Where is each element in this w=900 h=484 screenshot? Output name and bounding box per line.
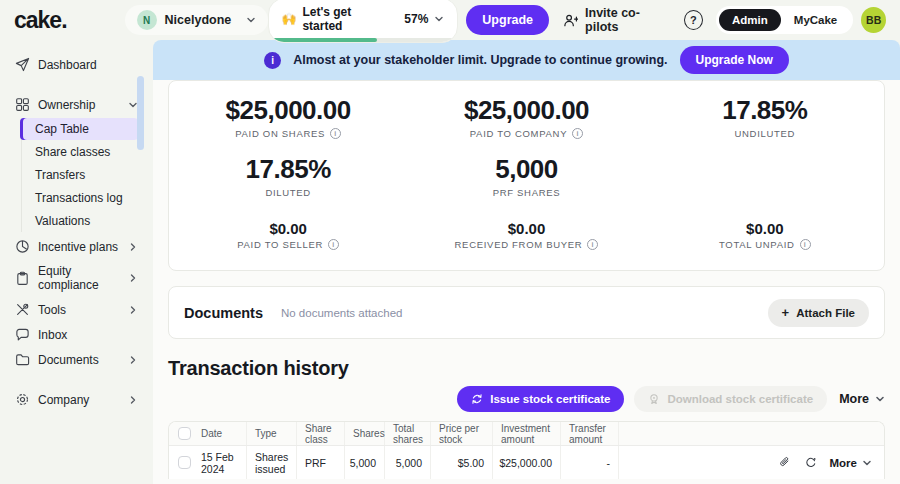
sidebar-item-valuations[interactable]: Valuations xyxy=(22,210,140,232)
info-icon: i xyxy=(264,52,281,69)
gear-icon xyxy=(15,392,30,407)
progress-track xyxy=(269,38,457,42)
sidebar-item-label: Dashboard xyxy=(38,58,97,72)
sidebar-item-transfers[interactable]: Transfers xyxy=(22,164,140,186)
column-header-actions xyxy=(619,422,884,445)
sidebar-item-inbox[interactable]: Inbox xyxy=(0,322,148,347)
clipboard-icon xyxy=(15,271,30,286)
company-avatar: N xyxy=(137,10,157,30)
sidebar-item-company[interactable]: Company xyxy=(0,387,148,412)
toggle-admin[interactable]: Admin xyxy=(719,9,781,31)
grid-icon xyxy=(15,97,30,112)
cell-share-class: PRF xyxy=(297,446,345,479)
info-icon[interactable]: i xyxy=(587,239,598,250)
sidebar-scrollbar[interactable] xyxy=(137,76,144,150)
sidebar-item-equity-compliance[interactable]: Equity compliance xyxy=(0,259,148,297)
sidebar-item-documents[interactable]: Documents xyxy=(0,347,148,372)
column-header-date[interactable]: Date xyxy=(193,422,247,445)
paperclip-icon[interactable] xyxy=(778,456,791,469)
documents-title: Documents xyxy=(184,305,263,321)
row-checkbox[interactable] xyxy=(178,456,191,469)
company-selector[interactable]: N Nicelydone xyxy=(125,5,269,35)
stat-paid-to-company: $25,000.00 PAID TO COMPANYi xyxy=(407,87,645,146)
upgrade-button[interactable]: Upgrade xyxy=(466,5,549,35)
stat-label: PAID TO COMPANY xyxy=(470,128,567,139)
select-all-checkbox[interactable] xyxy=(178,427,191,440)
chevron-right-icon xyxy=(128,305,138,315)
stats-card: $25,000.00 PAID ON SHARESi $25,000.00 PA… xyxy=(168,80,885,271)
chevron-down-icon xyxy=(246,15,256,25)
table-header-row: Date Type Share class Shares Total share… xyxy=(169,422,884,446)
cell-investment-amount: $25,000.00 xyxy=(493,446,561,479)
chevron-right-icon xyxy=(128,242,138,252)
topbar: cake. N Nicelydone 🙌 Let's get started 5… xyxy=(0,0,900,40)
column-header-shares[interactable]: Shares xyxy=(345,422,385,445)
download-stock-certificate-button[interactable]: Download stock certificate xyxy=(634,386,827,412)
role-toggle: Admin MyCake xyxy=(716,6,853,34)
column-header-investment-amount[interactable]: Investment amount xyxy=(493,422,561,445)
sidebar-item-cap-table[interactable]: Cap Table xyxy=(20,118,140,140)
chat-bubble-icon xyxy=(15,327,30,342)
stat-undiluted: 17.85% UNDILUTED xyxy=(646,87,884,146)
sidebar-item-label: Equity compliance xyxy=(38,264,120,292)
sidebar-item-label: Tools xyxy=(38,303,66,317)
attach-file-button[interactable]: + Attach File xyxy=(768,299,869,327)
sidebar-item-tools[interactable]: Tools xyxy=(0,297,148,322)
info-icon[interactable]: i xyxy=(328,239,339,250)
celebration-emoji-icon: 🙌 xyxy=(281,12,296,26)
app: cake. N Nicelydone 🙌 Let's get started 5… xyxy=(0,0,900,484)
sidebar-item-label: Documents xyxy=(38,353,99,367)
cell-total-shares: 5,000 xyxy=(385,446,431,479)
help-icon[interactable]: ? xyxy=(684,10,703,30)
chevron-right-icon xyxy=(128,273,138,283)
main-panel: i Almost at your stakeholder limit. Upgr… xyxy=(153,40,900,484)
person-plus-icon xyxy=(563,13,578,28)
more-button[interactable]: More xyxy=(839,392,885,406)
column-header-type[interactable]: Type xyxy=(247,422,297,445)
transaction-history-title: Transaction history xyxy=(168,357,885,380)
info-icon[interactable]: i xyxy=(330,128,341,139)
upgrade-now-button[interactable]: Upgrade Now xyxy=(680,46,789,74)
sidebar-item-dashboard[interactable]: Dashboard xyxy=(0,52,148,77)
issue-label: Issue stock certificate xyxy=(490,393,610,405)
info-icon[interactable]: i xyxy=(572,128,583,139)
column-header-share-class[interactable]: Share class xyxy=(297,422,345,445)
limit-banner: i Almost at your stakeholder limit. Upgr… xyxy=(153,40,900,80)
stat-diluted: 17.85% DILUTED xyxy=(169,146,407,205)
sidebar-item-transactions-log[interactable]: Transactions log xyxy=(22,187,140,209)
column-header-total-shares[interactable]: Total shares xyxy=(385,422,431,445)
column-header-transfer-amount[interactable]: Transfer amount xyxy=(561,422,619,445)
pie-chart-icon xyxy=(15,239,30,254)
sidebar-item-ownership[interactable]: Ownership xyxy=(0,92,148,117)
progress-fill xyxy=(269,38,376,42)
chevron-right-icon xyxy=(128,355,138,365)
plus-icon: + xyxy=(782,308,790,318)
onboarding-progress[interactable]: 🙌 Let's get started 57% xyxy=(268,0,458,43)
column-header-price-per-stock[interactable]: Price per stock xyxy=(431,422,493,445)
company-name: Nicelydone xyxy=(165,13,239,27)
app-logo: cake. xyxy=(14,7,67,34)
invite-copilots-button[interactable]: Invite co-pilots xyxy=(563,6,668,34)
toggle-mycake[interactable]: MyCake xyxy=(781,9,850,31)
progress-percent: 57% xyxy=(404,12,428,26)
row-more-label: More xyxy=(830,457,857,469)
issue-stock-certificate-button[interactable]: Issue stock certificate xyxy=(457,386,624,412)
transaction-actions: Issue stock certificate Download stock c… xyxy=(168,386,885,412)
info-icon[interactable]: i xyxy=(800,239,811,250)
transactions-table: Date Type Share class Shares Total share… xyxy=(168,421,885,479)
stat-label: PAID ON SHARES xyxy=(235,128,325,139)
user-avatar[interactable]: BB xyxy=(861,7,886,33)
refresh-icon xyxy=(471,393,483,405)
sidebar-item-share-classes[interactable]: Share classes xyxy=(22,141,140,163)
stat-value: 5,000 xyxy=(495,154,558,185)
stat-label: TOTAL UNPAID xyxy=(719,239,795,250)
table-row[interactable]: 15 Feb 2024 Shares issued PRF 5,000 5,00… xyxy=(169,446,884,479)
stat-label: PRF SHARES xyxy=(493,187,561,198)
row-more-button[interactable]: More xyxy=(830,457,872,469)
certificate-icon[interactable] xyxy=(804,456,817,469)
chevron-down-icon xyxy=(862,458,872,468)
stat-label: PAID TO SELLER xyxy=(237,239,323,250)
sidebar-item-incentive-plans[interactable]: Incentive plans xyxy=(0,234,148,259)
banner-message: Almost at your stakeholder limit. Upgrad… xyxy=(293,53,667,67)
sidebar-item-label: Inbox xyxy=(38,328,67,342)
